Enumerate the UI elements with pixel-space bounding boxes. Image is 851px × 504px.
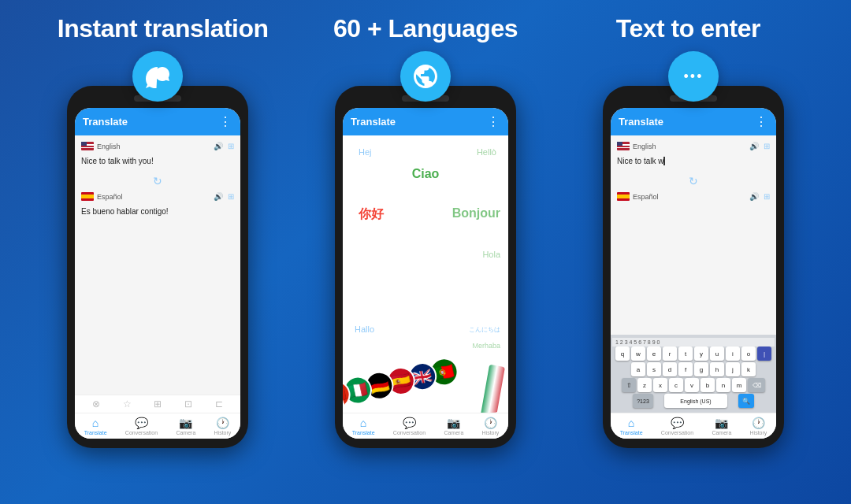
key-x[interactable]: x — [653, 378, 667, 392]
nav-translate-3[interactable]: ⌂ Translate — [620, 417, 643, 435]
key-shift[interactable]: ⇧ — [622, 378, 636, 392]
volume-icon-1[interactable]: 🔊 — [214, 142, 223, 150]
kb-row-3: ⇧ z x c v b n m ⌫ — [612, 378, 775, 392]
toolbar-icon-star[interactable]: ☆ — [123, 398, 132, 410]
key-r[interactable]: r — [663, 346, 677, 361]
key-t[interactable]: t — [678, 346, 693, 361]
key-o[interactable]: o — [741, 346, 756, 361]
key-num[interactable]: ?123 — [633, 394, 653, 408]
phone-frame-3: Translate ⋮ English 🔊 ⊞ Nice to talk w — [603, 86, 784, 448]
key-search[interactable]: 🔍 — [738, 394, 754, 408]
key-b[interactable]: b — [700, 378, 715, 392]
bottom-nav-2: ⌂ Translate 💬 Conversation 📷 Camera 🕐 Hi… — [343, 413, 508, 439]
nav-label-hist-1: History — [214, 430, 232, 435]
toolbar-icon-camera[interactable]: ⊡ — [184, 398, 192, 410]
key-i[interactable]: i — [726, 346, 740, 361]
key-y[interactable]: y — [694, 346, 708, 361]
key-e[interactable]: e — [647, 346, 661, 361]
screen-content-3: English 🔊 ⊞ Nice to talk w ↻ Español — [611, 135, 776, 335]
nav-camera-1[interactable]: 📷 Camera — [176, 417, 195, 435]
key-d[interactable]: d — [663, 362, 677, 376]
nav-camera-3[interactable]: 📷 Camera — [712, 417, 731, 435]
word-hola: Hola — [482, 250, 500, 259]
key-j[interactable]: j — [726, 362, 740, 376]
bottom-nav-3: ⌂ Translate 💬 Conversation 📷 Camera 🕐 Hi… — [611, 413, 776, 439]
nav-history-2[interactable]: 🕐 History — [482, 417, 500, 435]
icons-right-3: 🔊 ⊞ — [749, 142, 770, 150]
key-cursor[interactable]: | — [757, 346, 771, 361]
copy-icon-1[interactable]: ⊞ — [228, 142, 234, 150]
key-space[interactable]: English (US) — [664, 394, 727, 408]
flag-us-1 — [81, 142, 94, 150]
key-g[interactable]: g — [694, 362, 708, 376]
nav-history-3[interactable]: 🕐 History — [750, 417, 767, 435]
key-s[interactable]: s — [647, 362, 661, 376]
app-bar-2: Translate ⋮ — [343, 108, 508, 135]
keyboard: 1 2 3 4 5 6 7 8 9 0 q w e r t y u i o | — [611, 335, 776, 413]
lang-label-2: Español — [97, 193, 123, 201]
app-bar-menu-1[interactable]: ⋮ — [219, 114, 232, 129]
bubble-icon-2 — [400, 51, 451, 102]
icons-right-2: 🔊 ⊞ — [214, 192, 234, 201]
key-spacer — [655, 394, 663, 408]
nav-conversation-2[interactable]: 💬 Conversation — [393, 417, 426, 435]
key-m[interactable]: m — [732, 378, 746, 392]
icons-right-4: 🔊 ⊞ — [749, 192, 770, 201]
volume-icon-3[interactable]: 🔊 — [749, 142, 759, 150]
lang-label-1: English — [97, 143, 121, 150]
key-n[interactable]: n — [716, 378, 730, 392]
lang-label-3: English — [633, 143, 656, 150]
phone-screen-3: Translate ⋮ English 🔊 ⊞ Nice to talk w — [611, 108, 776, 439]
toolbar-icon-copy2[interactable]: ⊞ — [154, 398, 162, 410]
volume-icon-4[interactable]: 🔊 — [749, 192, 759, 201]
app-bar-3: Translate ⋮ — [611, 108, 776, 135]
word-merhaba: Merhaba — [472, 342, 500, 350]
word-konnichiwa: こんにちは — [469, 325, 500, 334]
header-col3: Text to enter — [557, 14, 819, 43]
volume-icon-2[interactable]: 🔊 — [214, 192, 223, 201]
word-nihao: 你好 — [359, 206, 384, 223]
phone-screen-2: Translate ⋮ Hej Hellò Ciao 你好 Bonjour Ho… — [343, 108, 508, 439]
phone-panel-2: Translate ⋮ Hej Hellò Ciao 你好 Bonjour Ho… — [292, 51, 559, 448]
key-h[interactable]: h — [710, 362, 724, 376]
cursor — [663, 157, 665, 165]
phone-panel-3: ••• Translate ⋮ English 🔊 ⊞ — [559, 51, 827, 448]
app-bar-menu-3[interactable]: ⋮ — [755, 114, 768, 129]
key-c[interactable]: c — [669, 378, 683, 392]
flag-us-3 — [617, 142, 630, 150]
key-a[interactable]: a — [631, 362, 645, 376]
lang-row-2: Español 🔊 ⊞ — [81, 192, 234, 201]
source-text-1: Nice to talk with you! — [81, 157, 234, 165]
phone-frame-2: Translate ⋮ Hej Hellò Ciao 你好 Bonjour Ho… — [335, 86, 516, 448]
copy-icon-3[interactable]: ⊞ — [764, 142, 770, 150]
nav-conversation-1[interactable]: 💬 Conversation — [125, 417, 158, 435]
copy-icon-4[interactable]: ⊞ — [764, 192, 770, 201]
nav-translate-2[interactable]: ⌂ Translate — [352, 417, 375, 435]
toolbar-1: ⊗ ☆ ⊞ ⊡ ⊏ — [75, 395, 240, 413]
bubble-icon-1 — [132, 51, 183, 102]
key-v[interactable]: v — [685, 378, 699, 392]
nav-conversation-3[interactable]: 💬 Conversation — [661, 417, 693, 435]
nav-history-1[interactable]: 🕐 History — [214, 417, 232, 435]
kb-row-2: a s d f g h j k — [612, 362, 775, 376]
key-q[interactable]: q — [615, 346, 630, 361]
key-w[interactable]: w — [631, 346, 645, 361]
toolbar-icon-share[interactable]: ⊏ — [215, 398, 223, 410]
app-bar-menu-2[interactable]: ⋮ — [487, 114, 500, 129]
toolbar-icon-cancel[interactable]: ⊗ — [92, 398, 100, 410]
divider-arrow-3: ↻ — [617, 175, 770, 187]
nav-camera-2[interactable]: 📷 Camera — [444, 417, 463, 435]
key-k[interactable]: k — [741, 362, 756, 376]
copy-icon-2[interactable]: ⊞ — [228, 192, 234, 201]
key-z[interactable]: z — [637, 378, 652, 392]
key-f[interactable]: f — [678, 362, 693, 376]
kb-bar: 1 2 3 4 5 6 7 8 9 0 — [612, 338, 775, 346]
divider-arrow-1: ↻ — [81, 175, 234, 187]
icons-right-1: 🔊 ⊞ — [214, 142, 234, 150]
source-text-3: Nice to talk w — [617, 157, 770, 165]
key-spacer2 — [729, 394, 737, 408]
nav-translate-1[interactable]: ⌂ Translate — [84, 417, 107, 435]
key-delete[interactable]: ⌫ — [748, 378, 765, 392]
key-u[interactable]: u — [710, 346, 724, 361]
phone-screen-1: Translate ⋮ English 🔊 ⊞ Nice to talk wit… — [75, 108, 240, 439]
